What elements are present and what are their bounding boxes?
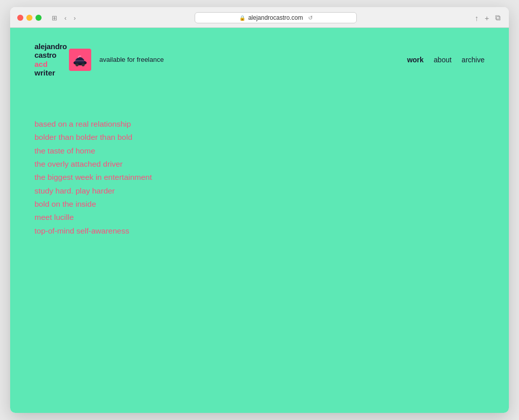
logo-acd: acd [34,60,67,68]
work-item[interactable]: bold on the inside [34,198,485,211]
site-nav: work about archive [407,56,485,64]
tabs-button[interactable]: ⧉ [494,12,502,23]
svg-point-2 [76,63,79,66]
sidebar-toggle-button[interactable]: ⊞ [50,14,59,22]
nav-link-work[interactable]: work [407,56,424,64]
traffic-lights [17,15,42,21]
page-content: alejandro castro acd writer [10,28,509,413]
site-header: alejandro castro acd writer [10,28,509,87]
logo-name-line1: alejandro [34,42,67,51]
logo-shoe-icon [69,49,91,71]
logo-writer: writer [34,68,67,77]
nav-link-about[interactable]: about [434,56,452,64]
forward-button[interactable]: › [71,14,78,22]
work-item[interactable]: study hard. play harder [34,184,485,198]
work-item[interactable]: the taste of home [34,144,485,158]
logo-name-line2: castro [34,51,67,59]
work-item[interactable]: the overly attached driver [34,158,485,171]
work-item[interactable]: the biggest week in entertainment [34,171,485,184]
work-item[interactable]: bolder than bolder than bold [34,131,485,144]
browser-window: ⊞ ‹ › 🔒 alejandrocastro.com ↺ ↑ + ⧉ [10,7,509,413]
url-text: alejandrocastro.com [248,14,303,21]
svg-point-3 [82,63,85,66]
close-button[interactable] [17,15,23,21]
share-button[interactable]: ↑ [474,13,480,23]
reload-icon[interactable]: ↺ [308,15,313,21]
minimize-button[interactable] [26,15,32,21]
logo-area: alejandro castro acd writer [34,42,164,77]
fullscreen-button[interactable] [35,15,42,21]
back-button[interactable]: ‹ [62,14,68,22]
shoe-svg [70,50,90,70]
browser-controls: ⊞ ‹ › [50,14,78,22]
browser-actions: ↑ + ⧉ [474,12,502,23]
address-bar[interactable]: 🔒 alejandrocastro.com ↺ [195,12,357,23]
address-bar-wrap: 🔒 alejandrocastro.com ↺ [83,12,469,23]
lock-icon: 🔒 [239,15,245,21]
work-item[interactable]: meet lucille [34,211,485,224]
work-item[interactable]: based on a real relationship [34,118,485,131]
browser-chrome: ⊞ ‹ › 🔒 alejandrocastro.com ↺ ↑ + ⧉ [10,7,509,28]
tagline: available for freelance [99,56,164,63]
work-list: based on a real relationship bolder than… [10,87,509,268]
work-item[interactable]: top-of-mind self-awareness [34,224,485,238]
nav-link-archive[interactable]: archive [462,56,485,64]
logo-text: alejandro castro acd writer [34,42,67,77]
new-tab-button[interactable]: + [484,13,490,23]
